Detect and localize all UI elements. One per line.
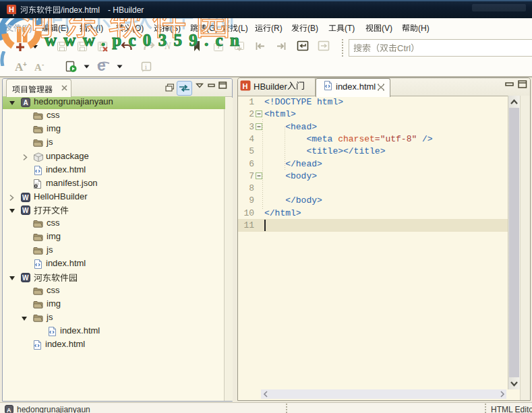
svg-text:W: W xyxy=(22,194,29,201)
svg-text:- HBuilder: - HBuilder xyxy=(108,5,144,15)
svg-text:A: A xyxy=(7,407,11,413)
svg-text:H: H xyxy=(243,82,248,90)
svg-text:(F): (F) xyxy=(22,24,32,33)
svg-text:(H): (H) xyxy=(418,24,430,33)
svg-text:/index.html: /index.html xyxy=(61,5,100,15)
svg-text:(T): (T) xyxy=(345,24,355,33)
svg-text:A: A xyxy=(24,99,28,106)
svg-text:(B): (B) xyxy=(307,24,318,33)
svg-text:(V): (V) xyxy=(382,24,392,33)
svg-text:W: W xyxy=(22,274,29,282)
svg-text:Ctrl: Ctrl xyxy=(397,43,411,53)
svg-text:i: i xyxy=(145,63,147,71)
svg-text:e: e xyxy=(97,59,106,73)
svg-text:W: W xyxy=(22,207,29,214)
